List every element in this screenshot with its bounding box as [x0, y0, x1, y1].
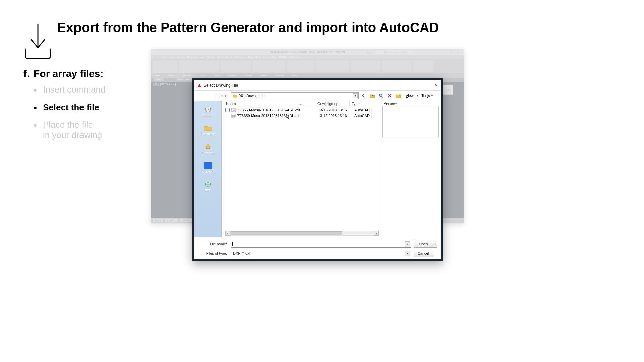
folder-icon	[233, 93, 237, 98]
places-favorites[interactable]: Favorites	[196, 140, 220, 158]
bullet-select-file: Select the file	[34, 102, 105, 113]
open-split-button[interactable]: ▾	[433, 241, 437, 248]
bullet-insert-command: Insert command	[34, 84, 105, 95]
lookin-combo[interactable]: 00 - Downloads ▾	[231, 92, 359, 99]
tools-menu[interactable]: Tools	[421, 94, 430, 98]
file-date: 3-12-2018 13:15	[320, 108, 354, 112]
lookin-value: 00 - Downloads	[239, 94, 264, 98]
dxf-file-icon: DXF	[231, 114, 236, 118]
preview-box	[382, 106, 439, 137]
back-button[interactable]	[360, 92, 367, 99]
file-name: PT3659-Mosa-201812031316-ADL.dxf	[237, 114, 320, 118]
file-list-header[interactable]: Naam▴ Gewijzigd op Type	[224, 101, 380, 107]
autocad-logo-icon	[197, 83, 202, 88]
file-row[interactable]: DXF PT3659-Mosa-201812031316-ADL.dxf 3-1…	[224, 113, 380, 118]
scroll-thumb[interactable]	[230, 231, 342, 235]
scroll-track[interactable]	[230, 231, 374, 236]
view-cube[interactable]: TOP	[442, 85, 453, 95]
download-icon	[23, 23, 52, 60]
horizontal-scrollbar[interactable]: ◂ ▸	[225, 231, 379, 236]
views-menu[interactable]: Views	[406, 94, 415, 98]
autocad-titlebar: Autodesk AutoCAD 2019 Mosa - DMS - Examp…	[151, 49, 464, 55]
svg-text:DXF: DXF	[232, 115, 235, 117]
step-letter: f.	[23, 68, 30, 79]
places-bar: History Documents Favorites Desktop FTP	[194, 101, 222, 237]
filetype-select[interactable]: DXF (*.dxf) ▾	[231, 250, 411, 257]
file-date: 3-12-2018 13:16	[320, 114, 354, 118]
chevron-down-icon[interactable]: ▾	[417, 94, 418, 97]
scroll-right-button[interactable]: ▸	[374, 231, 379, 236]
dialog-title: Select Drawing File	[204, 83, 238, 88]
delete-button[interactable]	[386, 92, 393, 99]
dialog-titlebar[interactable]: Select Drawing File ✕	[194, 80, 441, 90]
autocad-search[interactable]: Type a keyword or phrase	[376, 50, 413, 54]
dialog-bottom: File name: ▾ Open ▾ Files of type: DXF (…	[194, 237, 441, 259]
sort-asc-icon: ▴	[300, 103, 302, 105]
places-history[interactable]: History	[196, 103, 220, 120]
file-name: PT3659-Mosa-201812031315-ASL.dxf	[237, 108, 320, 112]
svg-point-0	[379, 94, 382, 97]
chevron-down-icon[interactable]: ▾	[431, 94, 433, 97]
select-drawing-file-dialog: Select Drawing File ✕ Look in: 00 - Down…	[192, 78, 443, 261]
file-list: DXF PT3659-Mosa-201812031315-ASL.dxf 3-1…	[224, 107, 380, 118]
preview-label: Preview	[382, 101, 439, 106]
chevron-down-icon[interactable]: ▾	[405, 241, 410, 247]
chevron-down-icon[interactable]: ▾	[353, 93, 358, 98]
new-folder-button[interactable]	[395, 92, 402, 99]
lookin-label: Look in:	[196, 94, 231, 98]
chevron-down-icon[interactable]: ▾	[405, 251, 410, 256]
file-type: AutoCAD I	[354, 108, 380, 112]
file-type: AutoCAD I	[354, 114, 380, 118]
step-title: For array files:	[34, 68, 103, 79]
filetype-label: Files of type:	[198, 251, 230, 255]
places-ftp[interactable]: FTP	[196, 178, 220, 195]
autocad-ribbon-labels: DrawModifyAnnotationLayersBlockPropertie…	[151, 73, 464, 78]
preview-pane: Preview	[382, 101, 439, 237]
places-documents[interactable]: Documents	[196, 121, 220, 139]
column-type[interactable]: Type	[350, 101, 380, 107]
svg-text:DXF: DXF	[232, 109, 235, 111]
close-button[interactable]: ✕	[433, 82, 439, 88]
filename-input[interactable]: ▾	[231, 241, 411, 248]
dialog-toolbar: Look in: 00 - Downloads ▾ Views▾ Tools▾	[194, 90, 441, 101]
file-list-area: Naam▴ Gewijzigd op Type DXF PT3659-Mosa-…	[224, 101, 380, 237]
autocad-menubar[interactable]: HomeInsertAnnotateParametricViewManageOu…	[151, 55, 464, 59]
file-row[interactable]: DXF PT3659-Mosa-201812031315-ASL.dxf 3-1…	[224, 107, 380, 113]
filename-label: File name:	[198, 242, 230, 246]
places-desktop[interactable]: Desktop	[196, 159, 220, 176]
column-date[interactable]: Gewijzigd op	[315, 101, 350, 107]
up-folder-button[interactable]	[369, 92, 376, 99]
page-title: Export from the Pattern Generator and im…	[57, 20, 439, 35]
step-bullets: Insert command Select the file Place the…	[34, 84, 105, 148]
open-button[interactable]: Open	[414, 241, 433, 248]
file-checkbox[interactable]	[225, 108, 230, 112]
search-web-button[interactable]	[377, 92, 385, 99]
scroll-left-button[interactable]: ◂	[225, 231, 230, 236]
column-name[interactable]: Naam▴	[224, 101, 315, 107]
dxf-file-icon: DXF	[231, 108, 236, 112]
svg-point-1	[399, 94, 400, 95]
cancel-button[interactable]: Cancel	[414, 250, 433, 257]
bullet-place-file: Place the file in your drawing	[34, 120, 105, 140]
